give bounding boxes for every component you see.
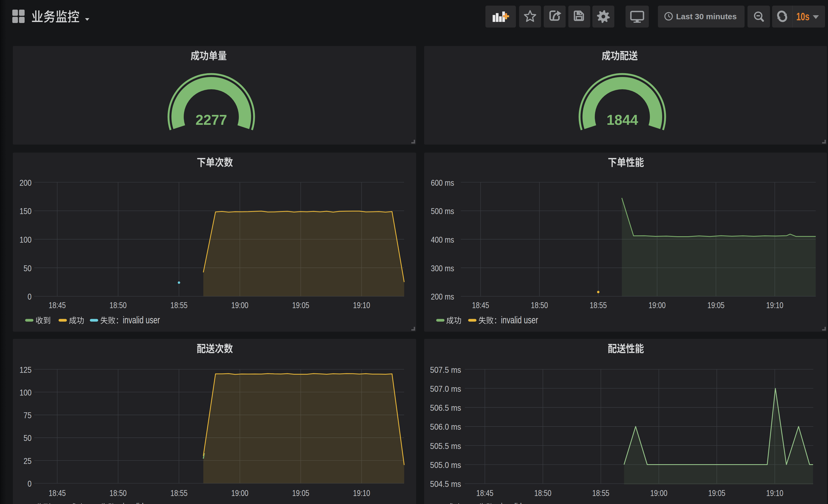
svg-text:50: 50 — [24, 433, 32, 443]
svg-text:invalid user: invalid user — [501, 501, 538, 504]
svg-text:18:55: 18:55 — [170, 488, 188, 498]
svg-text:18:50: 18:50 — [110, 488, 127, 498]
svg-text:invalid user: invalid user — [123, 501, 160, 504]
svg-text:600 ms: 600 ms — [431, 178, 454, 188]
svg-text:invalid user: invalid user — [123, 315, 160, 325]
svg-text:2277: 2277 — [196, 112, 227, 128]
svg-text:505.0 ms: 505.0 ms — [430, 460, 461, 470]
svg-text:18:45: 18:45 — [476, 488, 493, 498]
svg-text:506.0 ms: 506.0 ms — [430, 422, 461, 431]
svg-text:19:10: 19:10 — [766, 488, 783, 498]
svg-text:400 ms: 400 ms — [431, 235, 454, 244]
svg-text:19:10: 19:10 — [353, 301, 370, 310]
svg-text:18:50: 18:50 — [110, 301, 127, 310]
svg-text:19:05: 19:05 — [707, 301, 724, 310]
svg-text:19:05: 19:05 — [292, 488, 309, 498]
svg-text:500 ms: 500 ms — [431, 206, 454, 216]
svg-text:0: 0 — [28, 292, 32, 302]
svg-text:19:05: 19:05 — [708, 488, 725, 498]
svg-text:100: 100 — [19, 388, 32, 397]
svg-text:506.5 ms: 506.5 ms — [430, 403, 461, 413]
svg-text:19:00: 19:00 — [649, 301, 666, 310]
svg-text:18:50: 18:50 — [531, 301, 548, 310]
svg-text:18:55: 18:55 — [592, 488, 610, 498]
svg-text:150: 150 — [19, 206, 32, 216]
svg-text:25: 25 — [24, 456, 32, 466]
svg-text:19:00: 19:00 — [650, 488, 667, 498]
svg-text:200: 200 — [19, 178, 32, 188]
svg-text:19:00: 19:00 — [231, 301, 248, 310]
svg-text:18:45: 18:45 — [49, 488, 66, 498]
svg-text:75: 75 — [24, 410, 32, 420]
svg-text:100: 100 — [19, 235, 32, 244]
svg-text:125: 125 — [19, 365, 32, 375]
svg-text:200 ms: 200 ms — [431, 292, 454, 302]
svg-text:18:55: 18:55 — [170, 301, 188, 310]
svg-text:1844: 1844 — [607, 112, 638, 128]
svg-text:19:00: 19:00 — [231, 488, 248, 498]
svg-text:50: 50 — [24, 264, 32, 273]
svg-text:504.5 ms: 504.5 ms — [430, 479, 461, 489]
svg-text:507.5 ms: 507.5 ms — [430, 365, 461, 375]
svg-text:19:05: 19:05 — [292, 301, 309, 310]
svg-text:18:45: 18:45 — [472, 301, 489, 310]
svg-text:18:50: 18:50 — [534, 488, 551, 498]
svg-text:505.5 ms: 505.5 ms — [430, 441, 461, 451]
svg-text:300 ms: 300 ms — [431, 264, 454, 273]
svg-text:507.0 ms: 507.0 ms — [430, 384, 461, 394]
svg-text:invalid user: invalid user — [501, 315, 538, 325]
svg-text:19:10: 19:10 — [766, 301, 783, 310]
svg-text:0: 0 — [28, 479, 32, 489]
svg-text:19:10: 19:10 — [353, 488, 370, 498]
svg-text:18:45: 18:45 — [49, 301, 66, 310]
svg-text:18:55: 18:55 — [590, 301, 607, 310]
